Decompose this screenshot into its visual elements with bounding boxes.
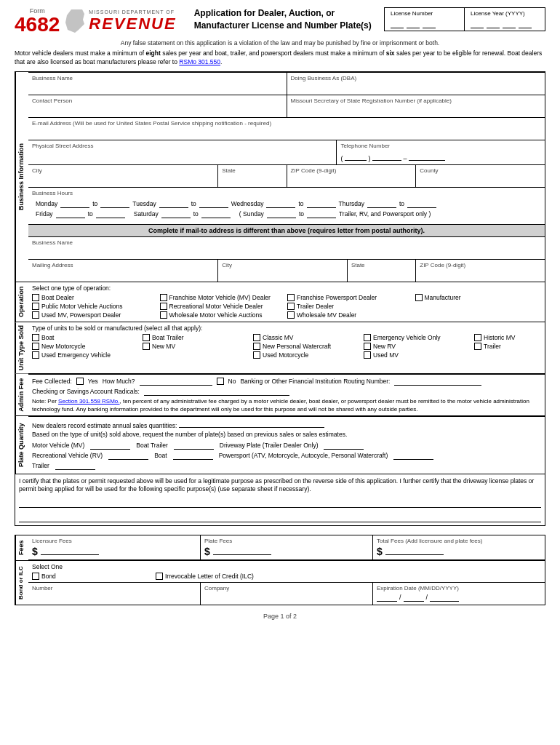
bond-number-value[interactable] [32,592,196,602]
unit-boat-trailer-checkbox[interactable] [143,334,150,341]
mv-field[interactable] [90,441,130,450]
tuesday-start[interactable] [159,199,188,208]
mo-sec-state-value[interactable] [291,105,542,115]
fee-yes-checkbox[interactable] [76,378,84,385]
state-value[interactable] [222,175,282,185]
wednesday-end[interactable] [307,199,336,208]
exp-day[interactable] [404,593,424,602]
cert-line-2[interactable] [19,514,541,522]
thursday-end[interactable] [407,199,436,208]
saturday-start[interactable] [161,210,191,218]
unit-historic-mv-checkbox[interactable] [474,334,481,341]
licensure-amount[interactable] [41,546,99,555]
unit-new-motorcycle[interactable]: New Motorcycle [32,343,141,350]
license-year-field-3[interactable] [503,18,516,28]
saturday-end[interactable] [201,210,231,218]
unit-new-mv[interactable]: New MV [143,343,252,350]
unit-emergency-only[interactable]: Emergency Vehicle Only [364,334,473,341]
business-name-value[interactable] [32,82,283,92]
op-trailer-dealer-checkbox[interactable] [287,303,295,310]
unit-new-motorcycle-checkbox[interactable] [32,343,39,350]
unit-trailer-checkbox[interactable] [474,343,481,350]
mail-zip-value[interactable] [420,269,541,279]
license-year-field-2[interactable] [487,18,500,28]
ilc-checkbox[interactable] [156,573,163,580]
mail-address-value[interactable] [32,269,214,279]
op-manufacturer[interactable]: Manufacturer [415,294,542,301]
unit-used-emergency-checkbox[interactable] [32,351,39,359]
mail-business-name-value[interactable] [32,247,541,257]
contact-person-value[interactable] [32,105,283,115]
mail-state-value[interactable] [351,269,412,279]
license-num-field-3[interactable] [423,18,436,28]
unit-new-personal-watercraft[interactable]: New Personal Watercraft [253,343,362,350]
routing-number-field[interactable] [394,377,481,386]
company-value[interactable] [204,592,369,602]
unit-classic-mv-checkbox[interactable] [253,334,260,341]
unit-new-personal-watercraft-checkbox[interactable] [253,343,260,350]
friday-end[interactable] [96,210,125,218]
total-amount[interactable] [385,546,444,555]
boat-trailer-field[interactable] [174,441,214,450]
zip-value[interactable] [291,175,412,185]
how-much-field[interactable] [140,377,212,386]
unit-used-mv[interactable]: Used MV [364,351,473,359]
unit-boat-checkbox[interactable] [32,334,39,341]
unit-used-mv-checkbox[interactable] [364,351,371,359]
sunday-end[interactable] [307,210,336,218]
unit-new-mv-checkbox[interactable] [143,343,150,350]
annual-sales-field[interactable] [179,419,324,428]
sunday-start[interactable] [267,210,296,218]
unit-new-rv[interactable]: New RV [364,343,473,350]
op-wholesale-mv-auctions-checkbox[interactable] [160,311,167,319]
tel-prefix[interactable] [372,151,401,161]
physical-address-value[interactable] [32,150,332,160]
op-public-mv-auctions-checkbox[interactable] [32,303,39,310]
boat-field[interactable] [173,451,213,460]
unit-used-motorcycle[interactable]: Used Motorcycle [253,351,362,359]
account-radicals-field[interactable] [144,387,289,396]
op-franchise-mv-checkbox[interactable] [160,294,167,301]
bond-checkbox[interactable] [32,573,39,580]
dba-value[interactable] [291,82,542,92]
op-manufacturer-checkbox[interactable] [415,294,423,301]
driveway-field[interactable] [324,441,364,450]
trailer-field[interactable] [55,461,95,470]
mail-city-value[interactable] [222,269,343,279]
cert-line-1[interactable] [19,499,541,508]
op-trailer-dealer[interactable]: Trailer Dealer [287,303,414,310]
op-wholesale-mv-dealer-checkbox[interactable] [287,311,295,319]
op-boat-dealer-checkbox[interactable] [32,294,39,301]
op-franchise-ps-checkbox[interactable] [287,294,295,301]
op-franchise-ps[interactable]: Franchise Powersport Dealer [287,294,414,301]
op-used-mv-ps-checkbox[interactable] [32,311,39,319]
plate-amount[interactable] [213,546,271,555]
unit-emergency-only-checkbox[interactable] [364,334,371,341]
thursday-start[interactable] [367,199,396,208]
wednesday-start[interactable] [266,199,295,208]
op-franchise-mv[interactable]: Franchise Motor Vehicle (MV) Dealer [160,294,287,301]
powersport-field[interactable] [393,451,433,460]
friday-start[interactable] [56,210,85,218]
rv-field[interactable] [108,451,148,460]
unit-used-motorcycle-checkbox[interactable] [253,351,260,359]
bond-checkbox-item[interactable]: Bond [32,573,141,580]
county-value[interactable] [420,175,541,185]
tel-area-code[interactable] [345,151,367,161]
tel-number[interactable] [409,151,445,161]
op-recreational-mv-checkbox[interactable] [160,303,167,310]
ilc-checkbox-item[interactable]: Irrevocable Letter of Credit (ILC) [156,573,265,580]
op-boat-dealer[interactable]: Boat Dealer [32,294,159,301]
fee-no-checkbox[interactable] [217,378,224,385]
city-value[interactable] [32,175,214,185]
license-num-field-1[interactable] [391,18,404,28]
unit-classic-mv[interactable]: Classic MV [253,334,362,341]
op-wholesale-mv-auctions[interactable]: Wholesale Motor Vehicle Auctions [160,311,287,319]
exp-year[interactable] [430,593,459,602]
license-num-field-2[interactable] [407,18,420,28]
op-wholesale-mv-dealer[interactable]: Wholesale MV Dealer [287,311,414,319]
email-value[interactable] [32,127,541,138]
unit-trailer[interactable]: Trailer [474,343,560,350]
unit-historic-mv[interactable]: Historic MV [474,334,560,341]
monday-end[interactable] [100,199,129,208]
